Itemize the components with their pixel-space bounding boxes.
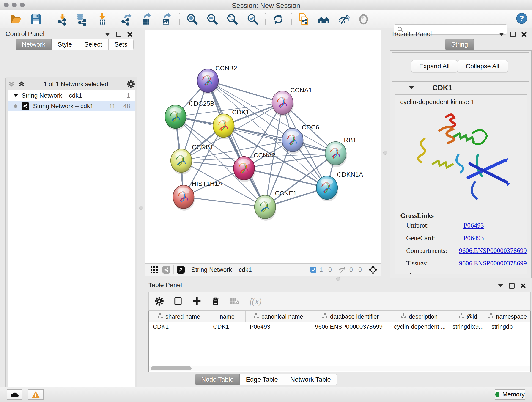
network-label: String Network – cdk1: [33, 103, 94, 110]
table-hscrollbar[interactable]: [149, 366, 530, 371]
table-cell: 9606.ENSP00000378699: [311, 322, 390, 332]
main-toolbar: ?: [0, 10, 532, 28]
column-header-shared-name[interactable]: shared name: [149, 312, 209, 322]
first-neighbors-icon[interactable]: [317, 13, 331, 26]
network-node-CDC25B[interactable]: CDC25B: [165, 100, 214, 130]
close-panel-icon[interactable]: [127, 32, 133, 37]
network-collection-row[interactable]: String Network – cdk1 1: [8, 90, 135, 101]
refresh-icon[interactable]: [272, 13, 285, 26]
network-badge-icon[interactable]: [162, 266, 170, 274]
float-panel-icon[interactable]: [510, 32, 515, 37]
import-database-icon[interactable]: [75, 13, 88, 26]
cloud-button[interactable]: [7, 389, 22, 400]
collapse-all-button[interactable]: Collapse All: [457, 60, 508, 72]
network-canvas[interactable]: CCNB2CCNA1CDC25BCDK1CDC6RB1CCNB1CCNA2CDK…: [145, 30, 381, 264]
column-header-name[interactable]: name: [209, 312, 246, 322]
left-splitter-handle[interactable]: [139, 206, 143, 210]
network-node-CDC6[interactable]: CDC6: [282, 124, 319, 154]
panel-menu-icon[interactable]: [498, 284, 503, 287]
crosslink-link[interactable]: P06493: [463, 234, 484, 242]
warnings-button[interactable]: [28, 389, 44, 400]
tab-string[interactable]: String: [445, 39, 474, 50]
string-network-icon: [22, 102, 29, 110]
entry-description: cyclin-dependent kinase 1: [400, 98, 527, 106]
export-image-icon[interactable]: [159, 13, 173, 26]
column-header-description[interactable]: description: [390, 312, 448, 322]
add-column-icon[interactable]: [192, 297, 201, 306]
table-row[interactable]: CDK1CDK1P064939606.ENSP00000378699cyclin…: [149, 322, 530, 332]
close-panel-icon[interactable]: [521, 32, 526, 37]
grid-view-icon[interactable]: [150, 266, 158, 274]
collection-expander-icon[interactable]: [13, 93, 18, 98]
open-in-window-icon[interactable]: [177, 266, 185, 274]
expand-all-icon[interactable]: [18, 81, 25, 88]
save-session-icon[interactable]: [29, 13, 43, 26]
import-table-icon[interactable]: [95, 13, 109, 26]
import-network-icon[interactable]: [56, 13, 69, 26]
table-cell: CDK1: [149, 322, 209, 332]
zoom-out-icon[interactable]: [206, 13, 219, 26]
export-table-icon[interactable]: [139, 13, 153, 26]
open-session-icon[interactable]: [9, 13, 22, 26]
crosslink-link[interactable]: P06493: [463, 272, 484, 274]
tab-node-table[interactable]: Node Table: [195, 374, 240, 385]
tab-network[interactable]: Network: [16, 39, 51, 50]
table-cell: CDK1: [209, 322, 246, 332]
float-panel-icon[interactable]: [509, 283, 515, 288]
network-row[interactable]: String Network – cdk1 11 48: [8, 101, 135, 111]
crosslink-row: Tissues:9606.ENSP00000378699: [406, 259, 527, 267]
panel-menu-icon[interactable]: [105, 33, 110, 36]
show-all-icon[interactable]: [357, 13, 370, 26]
help-icon[interactable]: ?: [515, 12, 528, 25]
export-network-icon[interactable]: [120, 13, 133, 26]
hidden-eye-icon[interactable]: [338, 266, 347, 273]
svg-text:?: ?: [519, 14, 524, 22]
collapse-all-icon[interactable]: [8, 81, 15, 88]
column-header--id[interactable]: @id: [448, 312, 487, 322]
tab-select[interactable]: Select: [78, 39, 108, 50]
show-columns-icon[interactable]: [173, 297, 183, 306]
entry-expander-icon[interactable]: [409, 86, 414, 89]
right-splitter-handle[interactable]: [383, 151, 387, 155]
network-options-gear-icon[interactable]: [127, 80, 135, 88]
tab-edge-table[interactable]: Edge Table: [240, 374, 284, 385]
panel-menu-icon[interactable]: [499, 33, 504, 36]
delete-column-icon[interactable]: [211, 297, 220, 306]
crosslink-link[interactable]: P06493: [463, 222, 484, 229]
table-options-gear-icon[interactable]: [155, 297, 164, 306]
delete-table-icon-disabled: [230, 297, 240, 305]
hscrollbar-thumb[interactable]: [151, 366, 191, 370]
float-panel-icon[interactable]: [116, 32, 121, 37]
column-header-database-identifier[interactable]: database identifier: [311, 312, 390, 322]
tab-sets[interactable]: Sets: [108, 39, 133, 50]
toolbar-separator: [179, 13, 180, 26]
zoom-fit-icon[interactable]: [226, 13, 239, 26]
expand-all-button[interactable]: Expand All: [411, 60, 457, 72]
column-type-icon: [322, 313, 328, 320]
column-header-canonical-name[interactable]: canonical name: [246, 312, 311, 322]
close-panel-icon[interactable]: [520, 283, 526, 288]
tab-style[interactable]: Style: [51, 39, 78, 50]
network-node-HIST1H1A[interactable]: HIST1H1A: [173, 180, 222, 211]
memory-button[interactable]: Memory: [495, 389, 525, 400]
hide-selected-icon[interactable]: [337, 13, 351, 26]
node-label-CDC25B: CDC25B: [189, 100, 214, 107]
zoom-selected-icon[interactable]: [246, 13, 259, 26]
tab-network-table[interactable]: Network Table: [284, 374, 337, 385]
network-node-CCNE1[interactable]: CCNE1: [254, 190, 297, 221]
zoom-in-icon[interactable]: [186, 13, 199, 26]
selected-checkbox-icon[interactable]: [310, 266, 317, 273]
status-bar: Memory: [0, 387, 532, 402]
column-type-icon: [400, 313, 406, 320]
string-results-card: Expand All Collapse All CDK1 cyclin-depe…: [390, 51, 532, 279]
network-node-CDKN1A[interactable]: CDKN1A: [317, 171, 363, 201]
crosslink-link[interactable]: 9606.ENSP00000378699: [459, 259, 527, 267]
column-header-namespace[interactable]: namespace: [487, 312, 527, 322]
network-node-CCNB2[interactable]: CCNB2: [197, 65, 237, 95]
network-node-RB1[interactable]: RB1: [325, 137, 356, 167]
duplicate-network-icon[interactable]: [297, 13, 310, 26]
crosslink-link[interactable]: 9606.ENSP00000378699: [459, 247, 527, 254]
pan-mode-icon[interactable]: [368, 265, 378, 274]
toolbar-separator: [265, 13, 266, 26]
node-label-CCNE1: CCNE1: [275, 190, 297, 197]
